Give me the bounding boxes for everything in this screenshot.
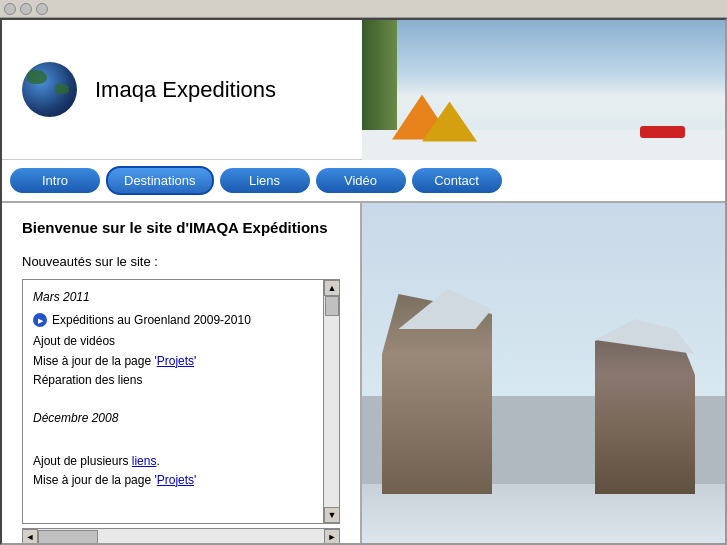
site-title: Imaqa Expeditions	[95, 77, 276, 103]
scroll-thumb[interactable]	[325, 296, 339, 316]
h-scroll-left-btn[interactable]: ◄	[22, 529, 38, 545]
news-box-inner: Mars 2011 Expéditions au Groenland 2009-…	[23, 280, 339, 498]
h-scroll-right-btn[interactable]: ►	[324, 529, 340, 545]
nav-btn-destinations[interactable]: Destinations	[106, 166, 214, 195]
chrome-btn-3	[36, 3, 48, 15]
news-box: Mars 2011 Expéditions au Groenland 2009-…	[22, 279, 340, 524]
news-scrollbar: ▲ ▼	[323, 280, 339, 523]
news-item-plusieurs-liens: Ajout de plusieurs liens.	[33, 452, 319, 471]
scroll-down-btn[interactable]: ▼	[324, 507, 340, 523]
news-text-expedition: Expéditions au Groenland 2009-2010	[52, 311, 251, 330]
header-image	[362, 20, 725, 160]
projets-link-2[interactable]: Projets	[157, 473, 194, 487]
liens-link[interactable]: liens	[132, 454, 157, 468]
globe-icon	[22, 62, 77, 117]
play-icon	[33, 313, 47, 327]
news-label: Nouveautés sur le site :	[22, 254, 340, 269]
bottom-scrollbar: ◄ ►	[22, 528, 340, 544]
page-wrapper: Imaqa Expeditions Intro Destinations Lie…	[0, 18, 727, 545]
chrome-btn-2	[20, 3, 32, 15]
header-image-inner	[362, 20, 725, 160]
nav-bar: Intro Destinations Liens Vidéo Contact	[2, 160, 725, 203]
scroll-track	[324, 296, 339, 507]
chrome-btn-1	[4, 3, 16, 15]
mountain-scene	[362, 203, 725, 545]
news-item-reparation: Réparation des liens	[33, 371, 319, 390]
nav-btn-liens[interactable]: Liens	[220, 168, 310, 193]
projets-link-1[interactable]: Projets	[157, 354, 194, 368]
welcome-title: Bienvenue sur le site d'IMAQA Expédition…	[22, 219, 340, 236]
scroll-up-btn[interactable]: ▲	[324, 280, 340, 296]
news-item-videos: Ajout de vidéos	[33, 332, 319, 351]
h-scroll-thumb[interactable]	[38, 530, 98, 544]
nav-btn-video[interactable]: Vidéo	[316, 168, 406, 193]
news-item-mise-a-jour-2: Mise à jour de la page 'Projets'	[33, 471, 319, 490]
news-date-2: Décembre 2008	[33, 409, 319, 428]
browser-chrome	[0, 0, 727, 18]
main-content: Bienvenue sur le site d'IMAQA Expédition…	[2, 203, 725, 545]
left-panel: Bienvenue sur le site d'IMAQA Expédition…	[2, 203, 362, 545]
h-scroll-track	[38, 529, 324, 545]
header-left: Imaqa Expeditions	[2, 42, 362, 137]
nav-btn-intro[interactable]: Intro	[10, 168, 100, 193]
news-date-1: Mars 2011	[33, 288, 319, 307]
right-panel	[362, 203, 725, 545]
header: Imaqa Expeditions	[2, 20, 725, 160]
sled-red	[640, 126, 685, 138]
news-item-expedition: Expéditions au Groenland 2009-2010	[33, 311, 319, 330]
nav-btn-contact[interactable]: Contact	[412, 168, 502, 193]
news-item-mise-a-jour-1: Mise à jour de la page 'Projets'	[33, 352, 319, 371]
